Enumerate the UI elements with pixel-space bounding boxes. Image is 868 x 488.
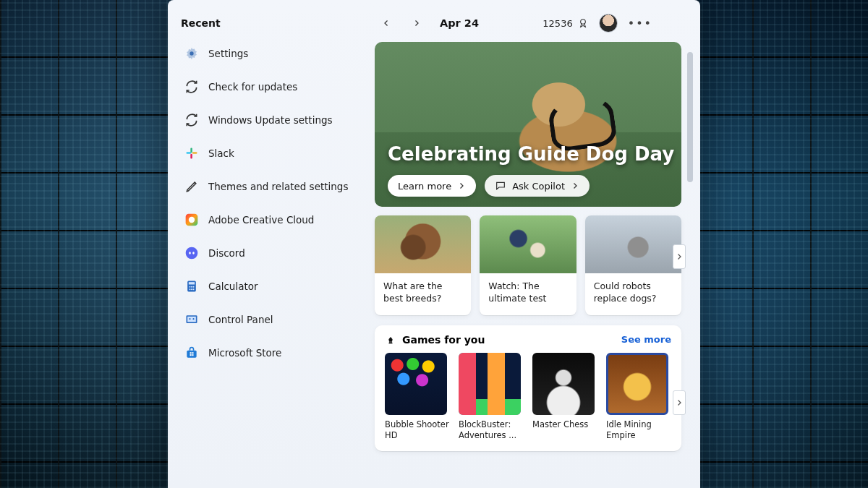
see-more-link[interactable]: See more	[621, 334, 671, 345]
discord-icon	[184, 245, 200, 261]
game-name: BlockBuster: Adventures ...	[459, 419, 524, 441]
date-label[interactable]: Apr 24	[440, 17, 479, 29]
recent-item-settings[interactable]: Settings	[179, 39, 362, 68]
recent-item-label: Adobe Creative Cloud	[208, 214, 314, 226]
chevron-right-icon	[457, 181, 466, 190]
game-tile[interactable]: Master Chess	[532, 353, 597, 441]
svg-point-14	[193, 286, 195, 288]
game-tile[interactable]: BlockBuster: Adventures ...	[459, 353, 524, 441]
svg-rect-26	[192, 354, 193, 356]
recent-item-control-panel[interactable]: Control Panel	[179, 305, 362, 334]
article-card[interactable]: Could robots replace dogs?	[585, 215, 681, 315]
svg-point-7	[186, 247, 198, 260]
recent-item-adobe-cc[interactable]: Adobe Creative Cloud	[179, 205, 362, 234]
game-thumbnail	[606, 353, 668, 415]
svg-point-13	[191, 286, 192, 288]
chat-icon	[495, 180, 506, 192]
article-thumbnail	[375, 215, 471, 273]
topbar: Apr 24 12536 •••	[369, 10, 694, 42]
ask-copilot-button[interactable]: Ask Copilot	[485, 175, 590, 197]
recent-heading: Recent	[181, 17, 362, 29]
svg-rect-2	[192, 152, 197, 154]
chess-piece-icon	[385, 334, 396, 346]
game-thumbnail	[532, 353, 595, 415]
recent-sidebar: Recent Settings Check for updates Window…	[168, 0, 369, 488]
svg-rect-1	[187, 152, 192, 154]
svg-point-15	[190, 288, 191, 290]
games-row: Bubble Shooter HD BlockBuster: Adventure…	[385, 353, 671, 441]
games-heading: Games for you	[402, 334, 485, 346]
article-title: Could robots replace dogs?	[585, 273, 681, 315]
recent-item-label: Settings	[208, 48, 248, 59]
svg-point-12	[190, 286, 191, 288]
games-next-button[interactable]	[673, 390, 686, 415]
hero-card[interactable]: Celebrating Guide Dog Day Learn more Ask…	[375, 42, 681, 207]
ms-store-icon	[184, 345, 200, 361]
game-tile[interactable]: Bubble Shooter HD	[385, 353, 450, 441]
game-tile[interactable]: Idle Mining Empire	[606, 353, 671, 441]
svg-rect-24	[192, 352, 193, 354]
recent-item-slack[interactable]: Slack	[179, 139, 362, 168]
chevron-right-icon	[571, 181, 579, 190]
games-section: Games for you See more Bubble Shooter HD…	[375, 325, 681, 451]
svg-point-16	[191, 288, 192, 290]
articles-next-button[interactable]	[673, 244, 686, 269]
calculator-icon	[184, 278, 200, 294]
more-options-button[interactable]: •••	[628, 17, 652, 30]
article-thumbnail	[480, 215, 576, 273]
adobe-cc-icon	[184, 212, 200, 228]
control-panel-icon	[184, 312, 200, 328]
copilot-logo-icon[interactable]	[663, 14, 681, 33]
recent-item-label: Check for updates	[208, 81, 297, 93]
ask-copilot-label: Ask Copilot	[512, 181, 565, 192]
svg-point-9	[192, 252, 195, 254]
svg-point-17	[193, 288, 195, 290]
nav-back-button[interactable]	[376, 13, 396, 33]
chevron-right-icon	[675, 398, 684, 407]
recent-item-check-updates[interactable]: Check for updates	[179, 72, 362, 101]
learn-more-button[interactable]: Learn more	[388, 175, 476, 197]
scrollbar-thumb[interactable]	[687, 52, 693, 182]
feed-scroll-area: Celebrating Guide Dog Day Learn more Ask…	[369, 42, 694, 488]
recent-item-label: Control Panel	[208, 314, 273, 325]
recent-item-label: Slack	[208, 147, 234, 159]
recent-item-label: Microsoft Store	[208, 347, 281, 359]
svg-rect-19	[187, 317, 196, 322]
refresh-icon	[184, 79, 200, 95]
hero-title: Celebrating Guide Dog Day	[388, 143, 674, 165]
game-name: Master Chess	[532, 419, 597, 430]
svg-rect-11	[189, 282, 195, 284]
rewards-medal-icon	[577, 17, 589, 29]
game-thumbnail	[385, 353, 447, 415]
game-name: Bubble Shooter HD	[385, 419, 450, 441]
svg-rect-4	[190, 154, 192, 159]
recent-item-calculator[interactable]: Calculator	[179, 272, 362, 301]
refresh-icon	[184, 112, 200, 128]
svg-point-8	[189, 252, 191, 254]
rewards-points[interactable]: 12536	[542, 17, 588, 29]
article-card[interactable]: Watch: The ultimate test	[480, 215, 576, 315]
article-thumbnail	[585, 215, 681, 273]
article-title: What are the best breeds?	[375, 273, 471, 315]
svg-rect-3	[190, 148, 192, 153]
svg-rect-22	[187, 351, 196, 358]
widgets-panel: Recent Settings Check for updates Window…	[168, 0, 700, 488]
user-avatar[interactable]	[599, 14, 618, 33]
article-title: Watch: The ultimate test	[480, 273, 576, 315]
nav-forward-button[interactable]	[407, 13, 427, 33]
recent-item-ms-store[interactable]: Microsoft Store	[179, 338, 362, 367]
articles-row: What are the best breeds? Watch: The ult…	[375, 215, 681, 315]
recent-item-themes[interactable]: Themes and related settings	[179, 172, 362, 201]
recent-item-label: Themes and related settings	[208, 181, 348, 192]
article-card[interactable]: What are the best breeds?	[375, 215, 471, 315]
learn-more-label: Learn more	[398, 181, 451, 192]
feed-content: Apr 24 12536 ••• Celebrating Guide Dog D…	[369, 0, 700, 488]
recent-item-label: Discord	[208, 247, 245, 259]
svg-point-20	[189, 318, 190, 320]
recent-item-windows-update[interactable]: Windows Update settings	[179, 106, 362, 134]
svg-point-6	[189, 217, 195, 223]
svg-point-27	[580, 20, 585, 25]
svg-point-21	[192, 318, 194, 320]
recent-item-discord[interactable]: Discord	[179, 239, 362, 267]
recent-item-label: Calculator	[208, 281, 258, 292]
